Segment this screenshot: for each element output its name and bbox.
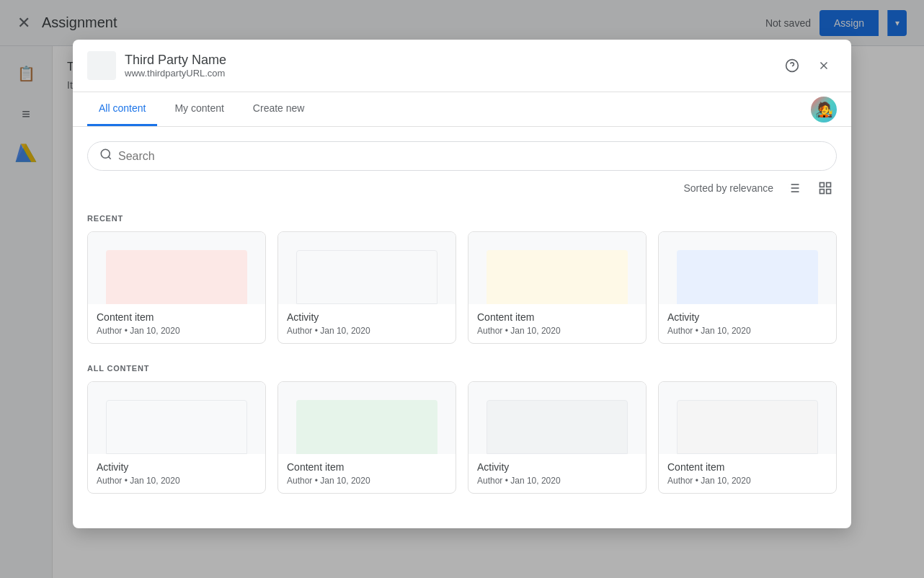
modal-body: Sorted by relevance (73, 127, 851, 528)
card-info: Content item Author • Jan 10, 2020 (88, 304, 265, 343)
avatar-image: 🧑‍🎤 (811, 97, 837, 123)
card-meta: Author • Jan 10, 2020 (287, 326, 447, 336)
card-info: Content item Author • Jan 10, 2020 (659, 454, 836, 493)
thumbnail-image (487, 400, 628, 454)
search-bar (87, 141, 837, 171)
card-thumbnail (659, 232, 836, 304)
all-card-2[interactable]: Activity Author • Jan 10, 2020 (468, 381, 647, 494)
tab-all-content[interactable]: All content (87, 92, 157, 126)
svg-rect-16 (827, 183, 831, 187)
all-content-grid: Activity Author • Jan 10, 2020 Content i… (87, 381, 837, 494)
card-info: Activity Author • Jan 10, 2020 (278, 304, 456, 343)
all-content-section-label: ALL CONTENT (87, 364, 837, 373)
card-title: Activity (477, 461, 637, 473)
card-title: Activity (287, 311, 447, 323)
search-input[interactable] (118, 150, 825, 163)
thumbnail-image (487, 250, 628, 304)
thumbnail-image (677, 250, 819, 304)
modal-url: www.thirdpartyURL.com (125, 68, 779, 79)
svg-rect-15 (820, 183, 825, 187)
thumbnail-image (106, 400, 248, 454)
card-thumbnail (468, 382, 646, 454)
card-thumbnail (468, 232, 646, 304)
modal-logo (87, 51, 116, 80)
card-info: Activity Author • Jan 10, 2020 (468, 454, 646, 493)
all-card-3[interactable]: Content item Author • Jan 10, 2020 (658, 381, 837, 494)
thumbnail-image (677, 400, 819, 454)
svg-rect-18 (820, 190, 825, 194)
recent-card-2[interactable]: Content item Author • Jan 10, 2020 (468, 231, 647, 344)
card-meta: Author • Jan 10, 2020 (477, 476, 637, 486)
card-title: Content item (477, 311, 637, 323)
all-card-0[interactable]: Activity Author • Jan 10, 2020 (87, 381, 266, 494)
search-icon (99, 148, 112, 164)
svg-line-8 (108, 156, 110, 159)
card-thumbnail (278, 232, 456, 304)
modal-tabs: All content My content Create new 🧑‍🎤 (73, 92, 851, 127)
modal-header-actions (779, 53, 837, 79)
card-title: Content item (97, 311, 257, 323)
thumbnail-image (296, 400, 438, 454)
card-thumbnail (88, 232, 265, 304)
tab-my-content[interactable]: My content (163, 92, 235, 126)
card-info: Content item Author • Jan 10, 2020 (468, 304, 646, 343)
card-thumbnail (88, 382, 265, 454)
grid-view-button[interactable] (814, 177, 837, 200)
recent-card-3[interactable]: Activity Author • Jan 10, 2020 (658, 231, 837, 344)
tab-create-new[interactable]: Create new (241, 92, 316, 126)
all-card-1[interactable]: Content item Author • Jan 10, 2020 (277, 381, 456, 494)
card-meta: Author • Jan 10, 2020 (477, 326, 637, 336)
recent-content-grid: Content item Author • Jan 10, 2020 Activ… (87, 231, 837, 344)
sort-bar: Sorted by relevance (87, 177, 837, 200)
filter-icon-button[interactable] (782, 177, 805, 200)
recent-card-1[interactable]: Activity Author • Jan 10, 2020 (277, 231, 456, 344)
card-meta: Author • Jan 10, 2020 (667, 326, 827, 336)
content-picker-modal: Third Party Name www.thirdpartyURL.com (73, 40, 851, 528)
recent-section-label: RECENT (87, 214, 837, 223)
sort-label: Sorted by relevance (683, 182, 773, 194)
modal-overlay: Third Party Name www.thirdpartyURL.com (0, 0, 924, 578)
card-title: Content item (287, 461, 447, 473)
user-avatar[interactable]: 🧑‍🎤 (811, 97, 837, 123)
help-button[interactable] (779, 53, 805, 79)
modal-close-button[interactable] (811, 53, 837, 79)
card-meta: Author • Jan 10, 2020 (97, 326, 257, 336)
card-meta: Author • Jan 10, 2020 (287, 476, 447, 486)
card-title: Activity (667, 311, 827, 323)
card-title: Activity (97, 461, 257, 473)
modal-title: Third Party Name (125, 53, 779, 68)
modal-title-section: Third Party Name www.thirdpartyURL.com (125, 53, 779, 79)
card-meta: Author • Jan 10, 2020 (97, 476, 257, 486)
card-info: Content item Author • Jan 10, 2020 (278, 454, 456, 493)
card-title: Content item (667, 461, 827, 473)
card-info: Activity Author • Jan 10, 2020 (88, 454, 265, 493)
recent-card-0[interactable]: Content item Author • Jan 10, 2020 (87, 231, 266, 344)
svg-point-7 (101, 149, 110, 158)
thumbnail-image (296, 250, 438, 304)
svg-rect-17 (827, 190, 831, 194)
modal-header: Third Party Name www.thirdpartyURL.com (73, 40, 851, 92)
card-thumbnail (659, 382, 836, 454)
thumbnail-image (106, 250, 248, 304)
card-meta: Author • Jan 10, 2020 (667, 476, 827, 486)
card-info: Activity Author • Jan 10, 2020 (659, 304, 836, 343)
card-thumbnail (278, 382, 456, 454)
